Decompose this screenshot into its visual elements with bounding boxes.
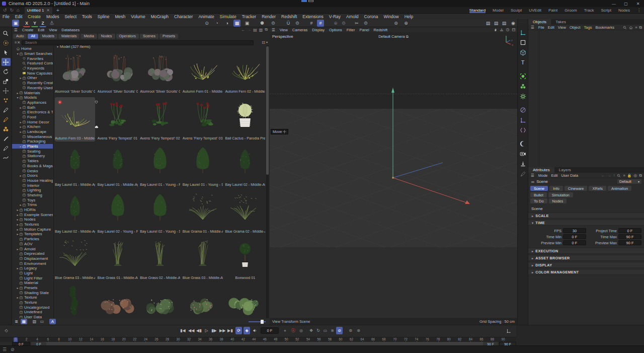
asset-tab-operators[interactable]: Operators (116, 34, 139, 39)
rotate-tool[interactable] (2, 67, 11, 76)
box-sphere-icon[interactable]: ▣ (244, 20, 251, 27)
tree-item-aov[interactable]: AOV (12, 242, 53, 247)
tree-item-plants[interactable]: ▸Plants (12, 144, 53, 149)
asset-item-blue-grass-02-middle-aged[interactable]: Blue Grass 02 - Middle-Aged - ... (140, 237, 180, 281)
layout-columns-icon[interactable]: ▤ (253, 28, 257, 32)
asset-item-bay-laurel-02-young-fall[interactable]: Bay Laurel 02 - Young - Fall (98, 190, 138, 235)
next-key-button[interactable]: ▶▶ (218, 327, 226, 334)
stage-button[interactable] (518, 160, 527, 168)
viewport-menu-options[interactable]: Options (329, 28, 342, 32)
back-arrow-icon[interactable]: ← (601, 173, 605, 178)
workplane-button[interactable]: ▣ (12, 20, 19, 27)
tree-item-packaging[interactable]: Packaging (12, 139, 53, 144)
record-scale-icon[interactable]: ▭ (322, 327, 329, 334)
timeline-mode-icon[interactable] (505, 327, 512, 334)
solo-off-button[interactable]: ⊚ (347, 327, 354, 334)
tree-item-keywords[interactable]: Keywords (12, 66, 53, 71)
shading-lines-icon[interactable]: ◑ (223, 20, 230, 27)
attr-tab-xrefs[interactable]: XRefs (589, 186, 606, 191)
asset-item-blue-grama-01-middle-aged[interactable]: Blue Grama 01 - Middle-Aged ... (183, 190, 223, 235)
auto-view-icon[interactable]: A (49, 319, 56, 324)
asset-item-autumn-fern-02-middle-aged[interactable]: Autumn Fern 02 - Middle-Aged... (225, 50, 265, 95)
record-param-icon[interactable]: ≋ (329, 327, 336, 334)
asset-menu-edit[interactable]: Edit (38, 28, 44, 32)
tree-item-undefined[interactable]: Undefined (12, 310, 53, 315)
popout-icon[interactable]: ⧉ (639, 173, 642, 178)
go-to-end-button[interactable]: ▶▮ (226, 327, 234, 334)
tree-item-lighting[interactable]: Lighting (12, 188, 53, 193)
redo-history-icon[interactable]: ↻ (10, 8, 14, 13)
menu-modes[interactable]: Modes (46, 14, 59, 19)
section-scale[interactable]: ▸SCALE (528, 213, 644, 219)
add-document-tab-button[interactable]: + (56, 8, 59, 13)
menu-v-ray[interactable]: V-Ray (329, 14, 341, 19)
workplane-mode-icon[interactable]: ✂ (353, 20, 360, 27)
cloner-button[interactable] (518, 82, 527, 90)
sketch-pen-tool[interactable] (2, 115, 11, 123)
tree-item-legacy[interactable]: ▸Legacy (12, 266, 53, 271)
preset-dropdown[interactable]: Default ▾ (617, 179, 642, 184)
menu-arnold[interactable]: Arnold (346, 14, 359, 19)
text-object-button[interactable]: T (518, 58, 527, 66)
no-notification-icon[interactable]: ⊘ (11, 347, 15, 352)
section-display[interactable]: ▸DISPLAY (528, 262, 644, 268)
clear-search-icon[interactable]: ≡✕ (15, 40, 20, 45)
asset-item-autumn-fern-01-middle-aged[interactable]: Autumn Fern 01 - Middle-Aged... (183, 50, 223, 95)
close-tab-icon[interactable]: ✕ (46, 8, 50, 13)
filter-icon[interactable]: ≡ (623, 174, 625, 177)
tree-item-light[interactable]: Light (12, 271, 53, 276)
menu-tools[interactable]: Tools (82, 14, 92, 19)
attr-tab-simulation[interactable]: Simulation (548, 192, 573, 197)
tree-item-interior[interactable]: Interior (12, 183, 53, 188)
tweak-mode-tool[interactable] (2, 39, 11, 47)
close-button[interactable]: ✕ (632, 0, 644, 7)
menu-tracker[interactable]: Tracker (242, 14, 257, 19)
loop-playback-button[interactable]: ⟳ (235, 327, 242, 334)
menu-animate[interactable]: Animate (198, 14, 214, 19)
field-input-preview-min[interactable]: 0 F (563, 240, 586, 245)
render-picture-viewer-button[interactable]: ▤ (493, 20, 500, 27)
asset-section-header[interactable]: ▾ Model (327 Items) (54, 44, 266, 49)
dropdown-arrow-icon[interactable]: ▾ (266, 40, 268, 45)
layout-tab-model[interactable]: Model (493, 8, 504, 13)
sort-view-icon[interactable]: ▭ (39, 319, 45, 324)
primitive-dots-tool[interactable] (2, 125, 11, 133)
menu-spline[interactable]: Spline (98, 14, 110, 19)
asset-item-avens-fiery-tempest-01-mid[interactable]: Avens 'Fiery Tempest' 01 - Mid... (98, 97, 138, 142)
thumbnail-zoom-handle[interactable] (261, 320, 264, 324)
attr-tab-cineware[interactable]: Cineware (565, 186, 588, 191)
hamburger-icon[interactable]: ☰ (3, 347, 7, 352)
tree-item-material[interactable]: Material (12, 280, 53, 286)
asset-tab-presets[interactable]: Presets (159, 34, 178, 39)
menu-corona[interactable]: Corona (364, 14, 378, 19)
axis-lock-y[interactable]: Y (31, 20, 38, 27)
layout-tab-groom[interactable]: Groom (565, 8, 577, 13)
asset-item-ball-cactus-parodia-prestoen[interactable]: Ball Cactus - Parodia Prestoensis (225, 97, 265, 142)
environment-button[interactable] (518, 139, 527, 148)
tree-item-arnold[interactable]: ▸Arnold (12, 246, 53, 251)
viewport-menu-display[interactable]: Display (312, 28, 325, 32)
tree-item-kitchen[interactable]: ▸Kitchen (12, 124, 53, 129)
asset-item-blue-grama-02-middle-aged[interactable]: Blue Grama 02 - Middle-Aged ... (225, 190, 265, 235)
tree-item-trims[interactable]: ▸Trims (12, 202, 53, 207)
tree-item-home[interactable]: Home (12, 46, 53, 51)
layout-rows-icon[interactable]: ▥ (259, 28, 263, 32)
attributes-menu-user-data[interactable]: User Data (561, 173, 578, 178)
asset-item[interactable] (183, 284, 223, 320)
tree-item-desks[interactable]: Desks (12, 168, 53, 173)
section-time[interactable]: ▾TIME (528, 220, 644, 226)
tree-item-deprecated[interactable]: Deprecated (12, 251, 53, 256)
attr-tab-to-do[interactable]: To Do (530, 198, 547, 203)
tree-item-light-filter[interactable]: Light Filter (12, 275, 53, 280)
asset-item-bay-laurel-01-middle-aged[interactable]: Bay Laurel 01 - Middle-Aged - ... (98, 144, 138, 188)
field-input-preview-max[interactable]: 90 F (618, 240, 641, 245)
minimize-button[interactable]: — (608, 0, 620, 7)
asset-item-bay-laurel-02-young-summer[interactable]: Bay Laurel 02 - Young - Summer (140, 190, 180, 235)
objects-menu-view[interactable]: View (558, 25, 566, 30)
tree-item-smart-searches[interactable]: ▾Smart Searches (12, 51, 53, 56)
field-input-project-time[interactable]: 0 F (618, 228, 641, 233)
asset-item[interactable] (140, 284, 180, 320)
tree-item-texture[interactable]: ▸Texture (12, 295, 53, 300)
tree-item-bath[interactable]: ▸Bath (12, 105, 53, 110)
play-button[interactable]: ▷ (203, 327, 210, 334)
